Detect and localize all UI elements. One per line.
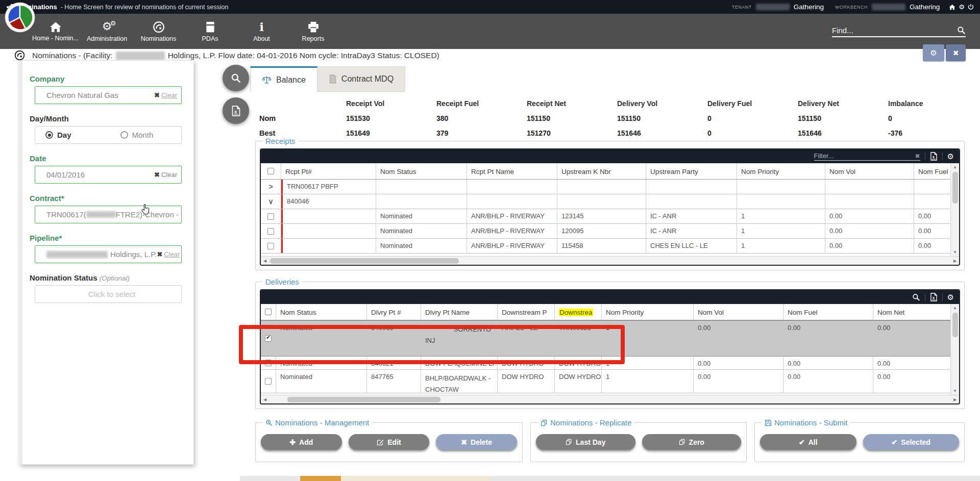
zero-button[interactable]: Zero bbox=[642, 434, 742, 450]
excel-export-icon[interactable]: x bbox=[930, 293, 938, 301]
deliveries-grid-panel: x ⚙ Nom Status Dlvry Pt # Dlvry Pt Name … bbox=[260, 289, 960, 404]
row-checkbox[interactable] bbox=[267, 228, 274, 235]
pipeline-clear-button[interactable]: ✖Clear bbox=[157, 250, 180, 258]
power-icon[interactable] bbox=[968, 4, 974, 10]
receipts-data-row[interactable]: Nominated ANR/BHLP - RIVERWAY 115458 CHE… bbox=[261, 239, 950, 254]
company-logo[interactable] bbox=[5, 2, 35, 33]
search-plus-icon bbox=[265, 419, 273, 426]
scroll-down-icon[interactable]: ▼ bbox=[953, 248, 957, 256]
tab-contract-mdq[interactable]: Contract MDQ bbox=[317, 66, 405, 92]
info-icon: i bbox=[259, 21, 264, 33]
scroll-left-icon[interactable]: ◀ bbox=[261, 397, 269, 402]
date-clear-button[interactable]: ✖Clear bbox=[154, 171, 177, 179]
company-value: Chevron Natural Gas bbox=[46, 91, 118, 99]
actions-bar: Nominations - Management ✚Add Edit ✖Dele… bbox=[255, 422, 965, 462]
expand-icon[interactable]: > bbox=[268, 183, 273, 191]
select-all-checkbox[interactable] bbox=[265, 309, 272, 315]
receipts-group-row[interactable]: > TRN00617 PBFP bbox=[261, 180, 950, 194]
plus-icon: ✚ bbox=[289, 438, 296, 446]
delete-button[interactable]: ✖Delete bbox=[436, 434, 517, 450]
excel-export-float-button[interactable]: x bbox=[223, 97, 249, 124]
redacted-contract-part bbox=[86, 211, 116, 218]
scroll-left-icon[interactable]: ◀ bbox=[261, 259, 269, 263]
workbench-label: WORKBENCH bbox=[835, 5, 868, 10]
radio-day[interactable]: Day bbox=[45, 131, 71, 139]
deliveries-data-row[interactable]: Nominated 847765 BHLP/BOARDWALK - CHOCTA… bbox=[261, 370, 950, 393]
search-icon[interactable] bbox=[912, 293, 920, 301]
receipts-data-row[interactable]: Nominated ANR/BHLP - RIVERWAY 123145 IC … bbox=[261, 209, 950, 224]
company-field[interactable]: Chevron Natural Gas ✖Clear bbox=[35, 86, 182, 104]
receipts-data-row[interactable]: Nominated ANR/BHLP - RIVERWAY 120095 IC … bbox=[261, 224, 950, 239]
gear-icon[interactable]: ⚙ bbox=[947, 152, 954, 161]
row-checkbox[interactable] bbox=[265, 335, 272, 342]
find-input[interactable] bbox=[832, 26, 957, 35]
select-all-checkbox[interactable] bbox=[267, 168, 274, 174]
settings-button[interactable]: ⚙ bbox=[923, 44, 944, 61]
redacted-facility-name bbox=[116, 52, 165, 60]
row-checkbox[interactable] bbox=[265, 378, 272, 385]
date-label: Date bbox=[30, 154, 193, 163]
search-float-button[interactable] bbox=[223, 65, 249, 91]
date-field[interactable]: 04/01/2016 ✖Clear bbox=[35, 166, 182, 184]
nav-item-pdas[interactable]: PDAs bbox=[184, 14, 236, 49]
excel-export-icon[interactable]: x bbox=[930, 152, 938, 161]
nominations-circle-icon bbox=[14, 50, 25, 61]
scrollbar-thumb[interactable] bbox=[287, 397, 440, 402]
collapse-icon[interactable]: ∨ bbox=[268, 197, 273, 206]
filter-field[interactable]: ✖ bbox=[814, 152, 920, 161]
last-day-button[interactable]: Last Day bbox=[536, 434, 635, 450]
close-icon: ✖ bbox=[953, 49, 959, 57]
scroll-up-icon[interactable]: ▲ bbox=[953, 163, 957, 171]
receipts-group-row[interactable]: ∨ 840046 bbox=[261, 194, 950, 209]
clear-filter-icon[interactable]: ✖ bbox=[915, 153, 920, 160]
vertical-scrollbar[interactable]: ▲ ▼ bbox=[950, 304, 959, 395]
deliveries-data-row[interactable]: Nominated 840621 DOW PLAQUEMINE LP DOW H… bbox=[261, 357, 950, 370]
nav-item-home[interactable]: Home - Nomin... bbox=[30, 14, 81, 49]
deliveries-data-row-selected[interactable]: Nominated 840069 SORRENTO INJ AXIALL - L… bbox=[261, 320, 950, 357]
row-checkbox[interactable] bbox=[265, 360, 272, 366]
horizontal-scrollbar[interactable]: ◀ ▶ bbox=[261, 256, 959, 265]
horizontal-scrollbar[interactable]: ◀ ▶ bbox=[261, 395, 959, 403]
gear-icon[interactable]: ⚙ bbox=[959, 3, 965, 11]
balance-summary-table: Receipt Vol Receipt Fuel Receipt Net Del… bbox=[255, 96, 965, 140]
deliveries-legend: Deliveries bbox=[262, 277, 302, 286]
main-nav: Home - Nomin... ⚙⚙ Administration Nomina… bbox=[0, 14, 980, 49]
add-button[interactable]: ✚Add bbox=[261, 434, 342, 450]
edit-button[interactable]: Edit bbox=[349, 434, 430, 450]
scrollbar-thumb[interactable] bbox=[270, 258, 459, 264]
submit-selected-button[interactable]: ✔Selected bbox=[863, 434, 960, 450]
row-checkbox[interactable] bbox=[267, 243, 274, 249]
radio-month[interactable]: Month bbox=[120, 131, 154, 139]
scroll-right-icon[interactable]: ▶ bbox=[951, 397, 959, 402]
close-button[interactable]: ✖ bbox=[946, 44, 966, 61]
filter-input[interactable] bbox=[814, 152, 915, 160]
nav-item-about[interactable]: i About bbox=[236, 14, 287, 49]
home-icon[interactable] bbox=[949, 4, 955, 10]
app-window: Nominations - Home Screen for review of … bbox=[0, 0, 980, 481]
contract-field[interactable]: TRN00617( FTRE2)-Chevron - Firm Poo ✖for… bbox=[35, 206, 182, 223]
copy-icon bbox=[566, 439, 572, 445]
scrollbar-thumb[interactable] bbox=[952, 313, 958, 337]
vertical-scrollbar[interactable]: ▲ ▼ bbox=[950, 163, 959, 256]
content-tabs: Balance Contract MDQ bbox=[250, 66, 405, 92]
submit-all-button[interactable]: ✔All bbox=[760, 434, 856, 450]
company-clear-button[interactable]: ✖Clear bbox=[154, 91, 177, 99]
nomination-status-field[interactable]: Click to select bbox=[35, 285, 182, 303]
nav-item-nominations[interactable]: Nominations bbox=[133, 14, 184, 49]
home-icon bbox=[49, 21, 62, 33]
tenant-value: Gathering bbox=[794, 3, 824, 11]
gear-icon[interactable]: ⚙ bbox=[947, 293, 954, 302]
find-field[interactable] bbox=[832, 26, 966, 37]
scroll-right-icon[interactable]: ▶ bbox=[951, 259, 959, 263]
scroll-up-icon[interactable]: ▲ bbox=[953, 304, 957, 312]
nav-item-administration[interactable]: ⚙⚙ Administration bbox=[81, 14, 133, 49]
row-checkbox[interactable] bbox=[267, 213, 274, 220]
scroll-down-icon[interactable]: ▼ bbox=[953, 387, 957, 395]
tab-balance[interactable]: Balance bbox=[250, 66, 317, 92]
scrollbar-thumb[interactable] bbox=[952, 172, 958, 204]
pipeline-field[interactable]: Holdings, L.P. ✖Clear bbox=[35, 245, 182, 263]
nav-item-reports[interactable]: Reports bbox=[287, 14, 339, 49]
replicate-legend: Nominations - Replicate bbox=[537, 418, 634, 427]
edit-pencil-icon bbox=[377, 439, 384, 446]
search-icon[interactable] bbox=[957, 26, 966, 35]
